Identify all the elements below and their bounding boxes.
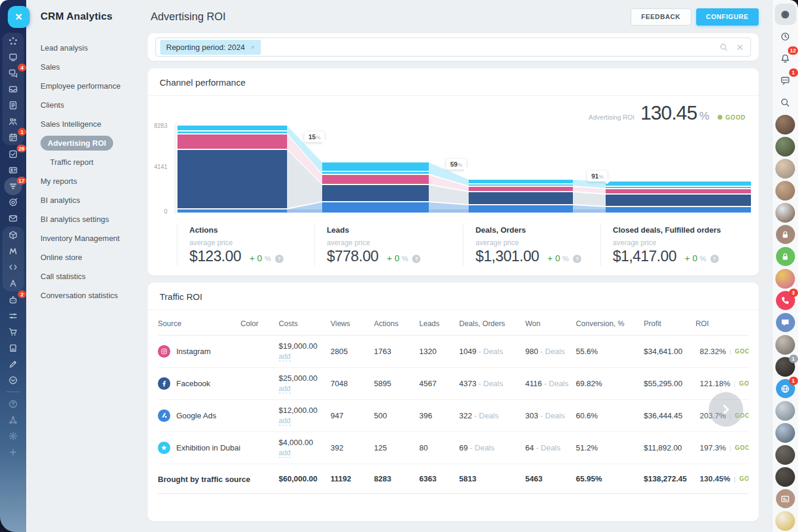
rail-button-globe[interactable]: 1 bbox=[775, 378, 796, 399]
sidebar-item-traffic-report[interactable]: Traffic report bbox=[26, 152, 148, 171]
rail-button-search[interactable] bbox=[775, 92, 796, 113]
question-icon[interactable]: ? bbox=[275, 255, 283, 263]
rail-button-document[interactable] bbox=[2, 97, 24, 113]
feedback-button[interactable]: FEEDBACK bbox=[631, 8, 691, 26]
rail-button-letter-a[interactable] bbox=[2, 275, 24, 291]
total-deals: 5813 bbox=[459, 474, 525, 483]
rail-button-funnel[interactable]: 17 bbox=[2, 178, 24, 194]
filter-search-input[interactable]: Reporting period: 2024 × bbox=[155, 37, 751, 57]
cart-icon bbox=[8, 327, 18, 337]
user-avatar[interactable] bbox=[775, 180, 796, 201]
rail-button-phone[interactable]: 3 bbox=[775, 290, 796, 311]
sidebar-item-call-statistics[interactable]: Call statistics bbox=[26, 267, 148, 286]
scroll-next-button[interactable] bbox=[709, 392, 743, 427]
rail-button-help[interactable] bbox=[2, 396, 24, 412]
rail-button-plus[interactable] bbox=[2, 444, 24, 460]
rail-button-gear[interactable] bbox=[2, 428, 24, 444]
sidebar-item-bi-analytics-settings[interactable]: BI analytics settings bbox=[26, 209, 148, 229]
help-icon bbox=[8, 399, 18, 409]
rail-button-tasks[interactable]: 28 bbox=[2, 146, 24, 162]
rail-button-help-filled[interactable]: ? bbox=[775, 4, 796, 25]
rail-button-chevron-down[interactable] bbox=[2, 372, 24, 388]
sidebar-item-clients[interactable]: Clients bbox=[26, 95, 148, 114]
user-avatar[interactable] bbox=[775, 466, 796, 487]
total-won: 5463 bbox=[525, 474, 576, 483]
user-avatar[interactable] bbox=[775, 202, 796, 223]
sidebar-item-conversation-statistics[interactable]: Conversation statistics bbox=[26, 286, 148, 305]
sidebar-item-advertising-roi[interactable]: Advertising ROI bbox=[26, 133, 148, 152]
add-cost-link[interactable]: add bbox=[279, 449, 291, 458]
total-views: 11192 bbox=[331, 474, 374, 483]
chip-close-icon[interactable]: × bbox=[251, 43, 254, 51]
source-name: Instagram bbox=[176, 347, 211, 356]
notification-badge: 28 bbox=[17, 145, 26, 152]
user-avatar[interactable] bbox=[775, 400, 796, 421]
notification-badge: 17 bbox=[17, 177, 26, 184]
table-row-google-ads: Google Ads$12,000.00add947500396322 - De… bbox=[158, 400, 749, 432]
add-cost-link[interactable]: add bbox=[279, 417, 291, 425]
apps-icon bbox=[8, 36, 18, 46]
rail-button-nodes[interactable] bbox=[2, 412, 24, 428]
rail-button-pencil[interactable] bbox=[2, 356, 24, 372]
rail-button-code[interactable] bbox=[2, 259, 24, 275]
sidebar-item-inventory-management[interactable]: Inventory Management bbox=[26, 229, 148, 248]
close-panel-button[interactable]: ✕ bbox=[8, 6, 30, 28]
rail-button-logo-m[interactable] bbox=[2, 243, 24, 259]
won-cell: 303 - Deals bbox=[525, 411, 576, 420]
filter-chip[interactable]: Reporting period: 2024 × bbox=[160, 40, 261, 55]
rail-button-card[interactable] bbox=[775, 488, 796, 509]
sidebar-item-lead-analysis[interactable]: Lead analysis bbox=[26, 38, 148, 57]
rail-button-cart[interactable] bbox=[2, 324, 24, 340]
rail-button-target[interactable] bbox=[2, 194, 24, 210]
rail-button-bell[interactable]: 12 bbox=[775, 48, 796, 69]
rail-button-mail[interactable] bbox=[2, 210, 24, 226]
sidebar-item-online-store[interactable]: Online store bbox=[26, 248, 148, 267]
sidebar-item-sales[interactable]: Sales bbox=[26, 57, 148, 76]
traffic-roi-title: Traffic ROI bbox=[148, 283, 759, 310]
rail-button-chat[interactable]: 4 bbox=[2, 65, 24, 81]
user-avatar[interactable]: 1 bbox=[775, 356, 796, 377]
left-icon-rail: 4128172 bbox=[0, 0, 26, 532]
sidebar-item-bi-analytics[interactable]: BI analytics bbox=[26, 190, 148, 209]
add-cost-link[interactable]: add bbox=[279, 384, 291, 393]
configure-button[interactable]: CONFIGURE bbox=[696, 8, 759, 26]
user-avatar[interactable] bbox=[775, 114, 796, 135]
rail-button-box[interactable] bbox=[2, 227, 24, 243]
rail-button-lock[interactable] bbox=[775, 246, 796, 267]
won-cell: 980 - Deals bbox=[525, 347, 576, 356]
rail-button-history[interactable] bbox=[775, 26, 796, 47]
user-avatar[interactable] bbox=[775, 268, 796, 289]
rail-button-calendar[interactable]: 1 bbox=[2, 129, 24, 145]
rail-button-monitor[interactable] bbox=[2, 49, 24, 65]
add-cost-link[interactable]: add bbox=[279, 352, 291, 361]
user-avatar[interactable] bbox=[775, 334, 796, 355]
sidebar-item-sales-intelligence[interactable]: Sales Intelligence bbox=[26, 114, 148, 133]
rail-button-chat-dots-outline[interactable]: 1 bbox=[775, 70, 796, 91]
question-icon[interactable]: ? bbox=[412, 255, 420, 263]
rail-button-apps[interactable] bbox=[2, 33, 24, 49]
conversion-cell: 69.82% bbox=[576, 379, 644, 388]
user-avatar[interactable] bbox=[775, 136, 796, 157]
sidebar-item-employee-performance[interactable]: Employee performance bbox=[26, 76, 148, 95]
user-avatar[interactable] bbox=[775, 422, 796, 443]
search-icon[interactable] bbox=[719, 43, 728, 52]
rail-button-sliders[interactable] bbox=[2, 308, 24, 324]
rail-button-contact-card[interactable] bbox=[2, 162, 24, 178]
rail-button-inbox[interactable] bbox=[2, 81, 24, 97]
rail-button-lock[interactable] bbox=[775, 224, 796, 245]
rail-button-chat-dots[interactable] bbox=[775, 312, 796, 333]
user-avatar[interactable] bbox=[775, 158, 796, 179]
rail-button-users[interactable] bbox=[2, 113, 24, 129]
deals-cell: 322 - Deals bbox=[459, 411, 525, 420]
clear-search-icon[interactable] bbox=[735, 43, 744, 52]
question-icon[interactable]: ? bbox=[573, 255, 581, 263]
rail-button-store[interactable] bbox=[2, 340, 24, 356]
stage-title: Leads bbox=[327, 226, 459, 234]
robot-icon bbox=[8, 295, 18, 305]
user-avatar[interactable] bbox=[775, 510, 796, 531]
stage-delta: + 0 bbox=[547, 253, 560, 263]
question-icon[interactable]: ? bbox=[710, 255, 719, 263]
sidebar-item-my-reports[interactable]: My reports bbox=[26, 171, 148, 190]
rail-button-robot[interactable]: 2 bbox=[2, 292, 24, 308]
user-avatar[interactable] bbox=[775, 444, 796, 465]
